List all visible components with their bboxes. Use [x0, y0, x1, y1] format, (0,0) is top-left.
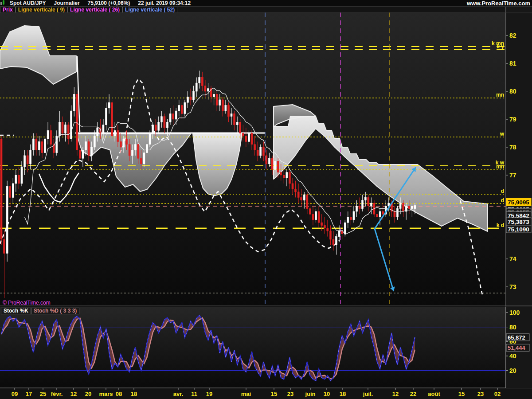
stoch-value-1: 51,444: [508, 344, 526, 351]
stoch-tick-80: 80: [509, 324, 516, 331]
y-tick-79: 79: [509, 116, 516, 123]
level-label-5: mn: [496, 164, 504, 170]
x-label-17: 18: [340, 391, 346, 397]
x-label-2: 25: [40, 391, 46, 397]
level-label-2: mn: [496, 92, 504, 98]
x-label-1: 17: [26, 391, 32, 397]
stoch-legend-item-0[interactable]: Stoch %K: [1, 308, 31, 314]
stoch-tick-20: 20: [509, 367, 516, 374]
x-label-12: mai: [241, 391, 251, 397]
price-tag-4: 75,1090: [508, 226, 529, 233]
x-label-3: févr.: [51, 391, 63, 397]
time-axis[interactable]: [0, 388, 532, 399]
x-label-0: 09: [12, 391, 18, 397]
y-tick-73: 73: [509, 283, 516, 290]
stoch-tick-100: 100: [509, 309, 520, 316]
price-tag-3: 75,3873: [508, 219, 529, 225]
y-tick-78: 78: [509, 144, 516, 151]
x-label-9: avr.: [173, 391, 183, 397]
x-label-10: 11: [191, 391, 197, 397]
stoch-value-0: 65,872: [508, 334, 525, 341]
x-label-14: 23: [287, 391, 293, 397]
x-label-15: juin: [305, 391, 315, 397]
y-tick-74: 74: [509, 255, 516, 262]
x-label-19: 12: [392, 391, 399, 397]
x-label-4: 12: [70, 391, 77, 397]
y-tick-77: 77: [509, 172, 516, 179]
level-label-3: w: [500, 131, 505, 137]
x-label-5: 20: [85, 391, 91, 397]
level-label-7: d: [501, 197, 504, 203]
x-label-11: 19: [206, 391, 212, 397]
watermark: © ProRealTime.com: [3, 300, 51, 306]
stoch-tick-40: 40: [509, 352, 516, 360]
level-label-9: k d: [497, 222, 504, 228]
x-label-21: août: [428, 391, 440, 397]
x-label-20: 22: [410, 391, 416, 397]
level-label-1: k y: [497, 43, 504, 50]
x-label-22: 15: [458, 391, 465, 397]
prorealtime-chart-window: Spot AUD/JPY Journalier 75,9100 (+0,06%)…: [0, 0, 532, 399]
level-label-6: d: [501, 188, 504, 194]
x-label-13: 15: [271, 391, 277, 397]
x-label-16: 10: [324, 391, 330, 397]
y-tick-82: 82: [509, 32, 516, 39]
x-label-23: 23: [477, 391, 484, 397]
stoch-legend-item-1[interactable]: Stoch %D ( 3 3 3): [31, 308, 79, 314]
x-label-24: 02: [494, 391, 501, 397]
y-tick-81: 81: [509, 60, 516, 67]
x-label-18: juil.: [363, 391, 373, 397]
x-label-7: 08: [116, 391, 122, 397]
x-label-6: mars: [99, 391, 113, 397]
chart-canvas[interactable]: k mnk ymnwk wmnddk d82818079787776757473…: [0, 0, 532, 399]
x-label-8: 18: [131, 391, 137, 397]
stoch-legend-bar: Stoch %KStoch %D ( 3 3 3): [1, 308, 79, 314]
price-tag-5: 75,9095: [508, 199, 529, 206]
y-tick-80: 80: [509, 88, 516, 95]
